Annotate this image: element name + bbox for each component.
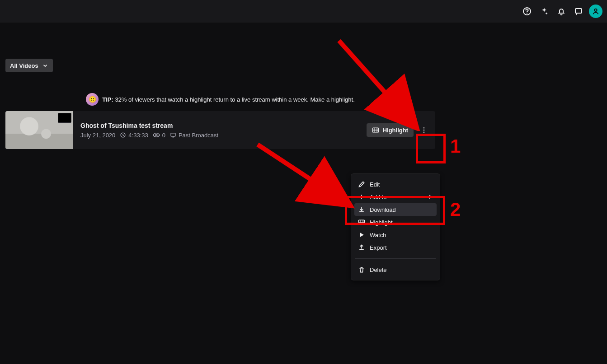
menu-item-edit[interactable]: Edit [354,178,437,191]
chat-icon[interactable] [572,5,585,18]
chevron-down-icon [42,62,48,69]
menu-item-delete[interactable]: Delete [354,263,437,276]
help-icon[interactable] [520,5,534,18]
video-info: Ghost of Tsushima test stream July 21, 2… [73,122,367,139]
annotation-label-2: 2 [450,199,461,220]
trash-icon [358,266,365,273]
svg-point-5 [155,134,157,136]
plus-icon [358,193,365,201]
content-area: All Videos 🙂 TIP: 32% of viewers that wa… [0,23,441,149]
highlight-button-label: Highlight [383,127,408,134]
menu-item-label: Watch [370,232,386,238]
svg-rect-2 [575,9,582,13]
menu-item-export[interactable]: Export [354,241,437,254]
annotation-arrow-2 [253,140,357,212]
clock-icon [120,132,126,138]
video-duration-seg: 4:33:33 [120,132,148,139]
video-type-seg: Past Broadcast [170,132,218,139]
menu-item-download[interactable]: Download [354,203,437,216]
tip-prefix: TIP: [102,96,113,103]
video-views: 0 [162,132,165,139]
bell-icon[interactable] [555,5,568,18]
menu-item-label: Add to [370,194,387,201]
profile-avatar[interactable] [589,5,602,18]
menu-item-add-to[interactable]: Add to [354,191,437,203]
play-icon [358,231,365,238]
menu-item-watch[interactable]: Watch [354,229,437,241]
svg-point-10 [423,132,425,133]
svg-point-1 [527,13,527,14]
top-bar [0,0,607,23]
video-title: Ghost of Tsushima test stream [80,122,359,129]
svg-point-9 [423,130,425,131]
menu-separator [355,258,436,259]
download-icon [358,206,365,213]
export-icon [358,244,365,251]
menu-item-label: Highlight [370,219,393,226]
tip-bar: 🙂 TIP: 32% of viewers that watch a highl… [5,93,435,106]
menu-item-label: Edit [370,181,380,188]
menu-item-label: Download [370,206,396,213]
video-views-seg: 0 [153,132,165,139]
highlight-button[interactable]: Highlight [367,123,414,137]
video-meta: July 21, 2020 4:33:33 0 Past Broadcast [80,132,359,139]
svg-point-3 [594,9,597,11]
video-duration: 4:33:33 [128,132,148,139]
tip-avatar-icon: 🙂 [86,93,99,106]
svg-line-13 [258,145,343,201]
more-options-button[interactable] [417,123,431,137]
menu-item-highlight[interactable]: Highlight [354,216,437,229]
filter-label: All Videos [10,62,38,69]
tip-text: TIP: 32% of viewers that watch a highlig… [102,96,355,103]
svg-rect-6 [171,133,175,136]
video-row: Ghost of Tsushima test stream July 21, 2… [5,111,435,149]
svg-line-12 [339,41,411,122]
video-thumbnail[interactable] [5,111,73,149]
chevron-right-icon [428,194,433,200]
video-date: July 21, 2020 [80,132,115,139]
kebab-icon [420,126,428,134]
film-icon [358,219,365,226]
eye-icon [153,132,160,138]
tip-body: 32% of viewers that watch a highlight re… [115,96,354,103]
annotation-label-1: 1 [450,135,461,157]
pencil-icon [358,181,365,188]
sparkle-icon[interactable] [537,5,551,18]
menu-item-label: Export [370,244,387,251]
film-icon [372,126,379,134]
more-options-menu: Edit Add to Download Highlight Watch [351,173,440,280]
broadcast-icon [170,132,176,138]
svg-point-8 [423,127,425,129]
menu-item-label: Delete [370,266,387,273]
filter-dropdown[interactable]: All Videos [5,59,53,72]
video-type: Past Broadcast [179,132,218,139]
